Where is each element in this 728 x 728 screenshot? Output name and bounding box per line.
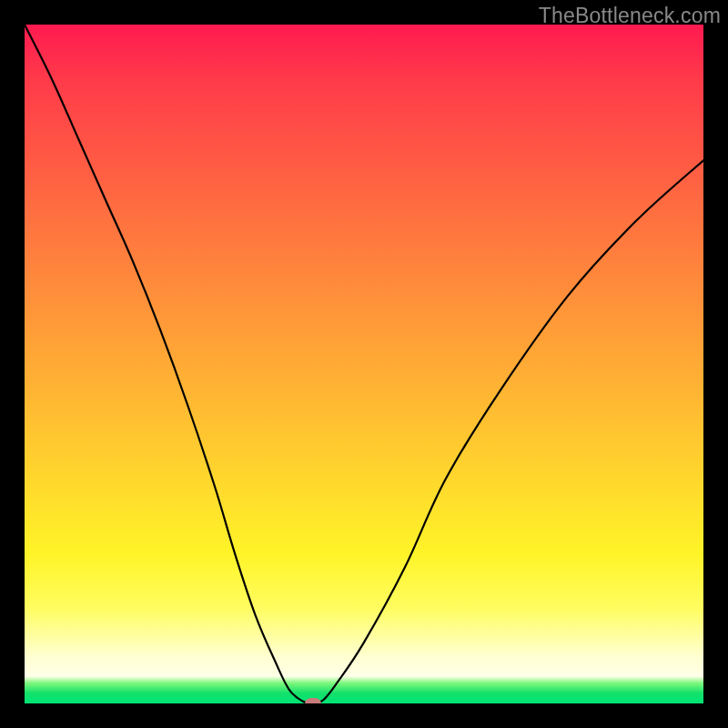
bottleneck-curve — [25, 25, 703, 703]
plot-area — [25, 25, 703, 703]
chart-container: TheBottleneck.com — [0, 0, 728, 728]
curve-svg — [25, 25, 703, 703]
minimum-marker — [305, 698, 321, 703]
